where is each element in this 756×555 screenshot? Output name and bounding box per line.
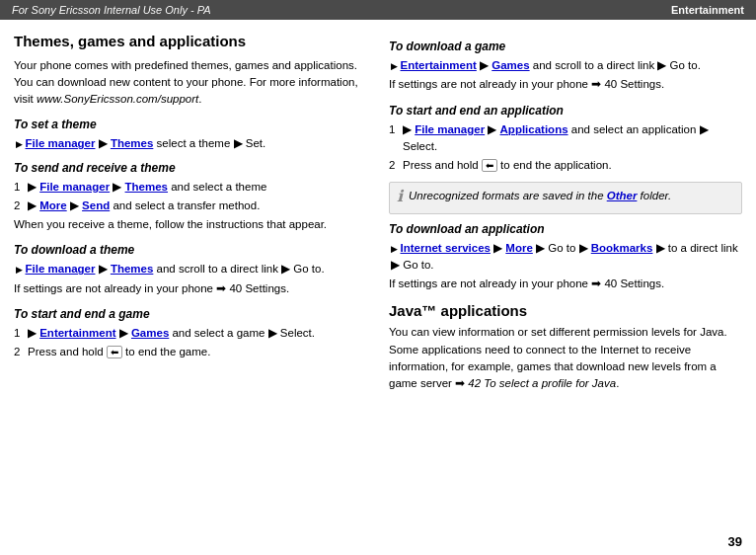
start-game-text-1: ▶ Entertainment ▶ Games and select a gam… bbox=[28, 325, 361, 342]
step-num-1: 1 bbox=[14, 179, 24, 196]
java-text: You can view information or set differen… bbox=[389, 324, 742, 392]
entertainment-link-1[interactable]: Entertainment bbox=[39, 327, 115, 339]
section-title-set-theme: To set a theme bbox=[14, 118, 361, 131]
java-link[interactable]: 42 To select a profile for Java bbox=[468, 377, 616, 389]
other-link[interactable]: Other bbox=[607, 190, 638, 201]
games-link-2[interactable]: Games bbox=[491, 59, 529, 71]
step-num-2: 2 bbox=[14, 198, 24, 214]
start-game-step-2: 2 Press and hold ⬅ to end the game. bbox=[14, 344, 361, 360]
intro-text: Your phone comes with predefined themes,… bbox=[14, 57, 361, 109]
start-game-num-1: 1 bbox=[14, 325, 24, 342]
themes-link-2[interactable]: Themes bbox=[125, 181, 168, 193]
more-link-1[interactable]: More bbox=[39, 199, 66, 211]
set-theme-bullet: File manager ▶ Themes select a theme ▶ S… bbox=[14, 135, 361, 152]
intro-link: www.SonyEricsson.com/support bbox=[37, 93, 198, 105]
start-game-steps: 1 ▶ Entertainment ▶ Games and select a g… bbox=[14, 325, 361, 361]
section-title-start-game: To start and end a game bbox=[14, 307, 361, 321]
file-manager-link-2[interactable]: File manager bbox=[39, 181, 110, 193]
download-app-bullet: Internet services ▶ More ▶ Go to ▶ Bookm… bbox=[389, 240, 742, 275]
right-column: To download a game Entertainment ▶ Games… bbox=[375, 20, 756, 547]
download-game-after: If settings are not already in your phon… bbox=[389, 76, 742, 93]
send-theme-after: When you receive a theme, follow the ins… bbox=[14, 216, 361, 233]
page-heading: Themes, games and applications bbox=[14, 32, 361, 51]
internet-services-link[interactable]: Internet services bbox=[401, 242, 491, 254]
download-theme-after: If settings are not already in your phon… bbox=[14, 280, 361, 297]
section-title-send-theme: To send and receive a theme bbox=[14, 161, 361, 175]
start-app-step-2: 2 Press and hold ⬅ to end the applicatio… bbox=[389, 157, 742, 174]
header-title: For Sony Ericsson Internal Use Only - PA bbox=[12, 4, 211, 16]
send-link[interactable]: Send bbox=[82, 199, 110, 211]
note-icon: ℹ bbox=[397, 186, 403, 207]
entertainment-link-2[interactable]: Entertainment bbox=[401, 59, 477, 71]
left-column: Themes, games and applications Your phon… bbox=[0, 20, 375, 547]
file-manager-link-1[interactable]: File manager bbox=[26, 137, 96, 149]
step-text-2: ▶ More ▶ Send and select a transfer meth… bbox=[28, 198, 361, 214]
download-game-bullet: Entertainment ▶ Games and scroll to a di… bbox=[389, 57, 742, 74]
step-text-1: ▶ File manager ▶ Themes and select a the… bbox=[28, 179, 361, 196]
start-app-step-1: 1 ▶ File manager ▶ Applications and sele… bbox=[389, 121, 742, 156]
start-app-num-1: 1 bbox=[389, 121, 399, 156]
back-key-icon-2: ⬅ bbox=[482, 159, 497, 172]
note-box: ℹ Unrecognized formats are saved in the … bbox=[389, 182, 742, 213]
send-theme-steps: 1 ▶ File manager ▶ Themes and select a t… bbox=[14, 179, 361, 234]
file-manager-link-3[interactable]: File manager bbox=[26, 263, 96, 275]
section-title-start-app: To start and end an application bbox=[389, 104, 742, 118]
note-text: Unrecognized formats are saved in the Ot… bbox=[409, 188, 671, 203]
download-theme-bullet: File manager ▶ Themes and scroll to a di… bbox=[14, 261, 361, 278]
more-link-2[interactable]: More bbox=[505, 242, 532, 254]
start-game-text-2: Press and hold ⬅ to end the game. bbox=[28, 344, 361, 360]
applications-link[interactable]: Applications bbox=[500, 123, 568, 135]
themes-link-3[interactable]: Themes bbox=[111, 263, 153, 275]
back-key-icon: ⬅ bbox=[107, 346, 122, 358]
step-row-2: 2 ▶ More ▶ Send and select a transfer me… bbox=[14, 198, 361, 214]
start-game-num-2: 2 bbox=[14, 344, 24, 360]
download-theme-text: ▶ Themes and scroll to a direct link ▶ G… bbox=[99, 263, 325, 275]
themes-link-1[interactable]: Themes bbox=[111, 137, 153, 149]
start-app-text-1: ▶ File manager ▶ Applications and select… bbox=[403, 121, 742, 156]
section-title-download-theme: To download a theme bbox=[14, 243, 361, 257]
content: Themes, games and applications Your phon… bbox=[0, 20, 756, 547]
start-app-num-2: 2 bbox=[389, 157, 399, 174]
start-app-text-2: Press and hold ⬅ to end the application. bbox=[403, 157, 742, 174]
section-title-download-app: To download an application bbox=[389, 222, 742, 236]
file-manager-link-4[interactable]: File manager bbox=[415, 123, 485, 135]
header: For Sony Ericsson Internal Use Only - PA… bbox=[0, 0, 756, 20]
step-row-1: 1 ▶ File manager ▶ Themes and select a t… bbox=[14, 179, 361, 196]
start-game-step-1: 1 ▶ Entertainment ▶ Games and select a g… bbox=[14, 325, 361, 342]
games-link-1[interactable]: Games bbox=[131, 327, 169, 339]
bookmarks-link[interactable]: Bookmarks bbox=[591, 242, 653, 254]
java-heading: Java™ applications bbox=[389, 302, 742, 319]
download-app-after: If settings are not already in your phon… bbox=[389, 276, 742, 292]
header-section: Entertainment bbox=[671, 4, 744, 16]
page-number: 39 bbox=[728, 534, 742, 549]
set-theme-text: ▶ Themes select a theme ▶ Set. bbox=[99, 137, 266, 149]
start-app-steps: 1 ▶ File manager ▶ Applications and sele… bbox=[389, 121, 742, 175]
download-game-text: ▶ Games and scroll to a direct link ▶ Go… bbox=[480, 59, 701, 71]
section-title-download-game: To download a game bbox=[389, 40, 742, 53]
